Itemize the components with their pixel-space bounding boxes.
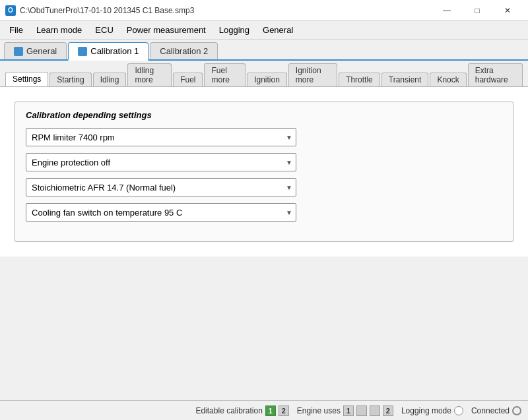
subtab-throttle[interactable]: Throttle — [339, 73, 380, 86]
menu-bar: File Learn mode ECU Power measurement Lo… — [0, 21, 528, 40]
subtab-settings[interactable]: Settings — [5, 72, 48, 86]
subtab-idling[interactable]: Idling — [93, 73, 127, 86]
title-bar: O C:\ObdTunerPro\17-01-10 201345 C1 Base… — [0, 0, 528, 21]
tab-calibration1[interactable]: Calibration 1 — [68, 42, 148, 61]
subtab-ignition-more[interactable]: Ignition more — [288, 63, 337, 86]
maximize-button[interactable]: □ — [462, 0, 492, 21]
subtab-extra-hardware[interactable]: Extra hardware — [468, 63, 523, 86]
subtab-transient[interactable]: Transient — [381, 73, 429, 86]
menu-file[interactable]: File — [3, 22, 30, 38]
calibration-section: Calibration depending settings RPM limit… — [15, 102, 513, 242]
window-controls: — □ ✕ — [432, 0, 523, 21]
connected-group: Connected — [471, 406, 521, 415]
general-tab-icon — [14, 47, 23, 56]
subtab-ignition[interactable]: Ignition — [247, 73, 287, 86]
engine-protection-wrapper: Engine protection off Engine protection … — [26, 153, 296, 171]
main-tab-bar: General Calibration 1 Calibration 2 — [0, 40, 528, 61]
tab-general[interactable]: General — [4, 42, 67, 59]
cal1-tab-icon — [78, 47, 87, 56]
tab-calibration2[interactable]: Calibration 2 — [150, 42, 218, 59]
stoich-afr-wrapper: Stoichiometric AFR 14.7 (Normal fuel) St… — [26, 178, 296, 196]
subtab-idling-more[interactable]: Idling more — [127, 63, 172, 86]
editable-cal1-badge[interactable]: 1 — [265, 405, 276, 416]
sub-tab-bar: Settings Starting Idling Idling more Fue… — [0, 61, 528, 87]
engine-uses-spacer — [356, 405, 367, 416]
window-title: C:\ObdTunerPro\17-01-10 201345 C1 Base.s… — [20, 6, 432, 15]
editable-calibration-group: Editable calibration 1 2 — [195, 405, 288, 416]
cooling-fan-select[interactable]: Cooling fan switch on temperature 85 C C… — [26, 203, 296, 222]
engine-protection-select[interactable]: Engine protection off Engine protection … — [26, 153, 296, 171]
app-icon: O — [5, 5, 16, 16]
tab-general-label: General — [26, 46, 57, 56]
connected-label: Connected — [471, 406, 510, 415]
menu-logging[interactable]: Logging — [213, 22, 256, 38]
status-bar: Editable calibration 1 2 Engine uses 1 2… — [0, 400, 528, 420]
tab-calibration1-label: Calibration 1 — [90, 46, 139, 56]
subtab-fuel[interactable]: Fuel — [173, 73, 203, 86]
logging-mode-group: Logging mode — [401, 406, 463, 415]
tab-calibration2-label: Calibration 2 — [160, 46, 208, 56]
logging-mode-radio[interactable] — [454, 406, 463, 415]
subtab-fuel-more[interactable]: Fuel more — [204, 63, 246, 86]
engine-uses-1-badge[interactable]: 1 — [343, 405, 354, 416]
editable-cal2-badge[interactable]: 2 — [279, 405, 289, 416]
editable-calibration-label: Editable calibration — [195, 406, 262, 415]
subtab-knock[interactable]: Knock — [430, 73, 466, 86]
rpm-limiter-select[interactable]: RPM limiter 6000 rpm RPM limiter 6500 rp… — [26, 128, 296, 146]
menu-learn-mode[interactable]: Learn mode — [30, 22, 88, 38]
cooling-fan-wrapper: Cooling fan switch on temperature 85 C C… — [26, 203, 296, 222]
rpm-limiter-wrapper: RPM limiter 6000 rpm RPM limiter 6500 rp… — [26, 128, 296, 146]
menu-ecu[interactable]: ECU — [88, 22, 119, 38]
engine-uses-group: Engine uses 1 2 — [297, 405, 393, 416]
content-area: Calibration depending settings RPM limit… — [0, 87, 528, 256]
menu-power-measurement[interactable]: Power measurement — [120, 22, 213, 38]
engine-uses-spacer2 — [370, 405, 380, 416]
subtab-starting[interactable]: Starting — [50, 73, 91, 86]
stoich-afr-select[interactable]: Stoichiometric AFR 14.7 (Normal fuel) St… — [26, 178, 296, 196]
connected-indicator — [512, 406, 521, 415]
menu-general[interactable]: General — [256, 22, 300, 38]
engine-uses-label: Engine uses — [297, 406, 341, 415]
minimize-button[interactable]: — — [432, 0, 462, 21]
close-button[interactable]: ✕ — [492, 0, 523, 21]
logging-mode-label: Logging mode — [401, 406, 451, 415]
section-title: Calibration depending settings — [26, 110, 502, 120]
engine-uses-2-badge[interactable]: 2 — [383, 405, 393, 416]
